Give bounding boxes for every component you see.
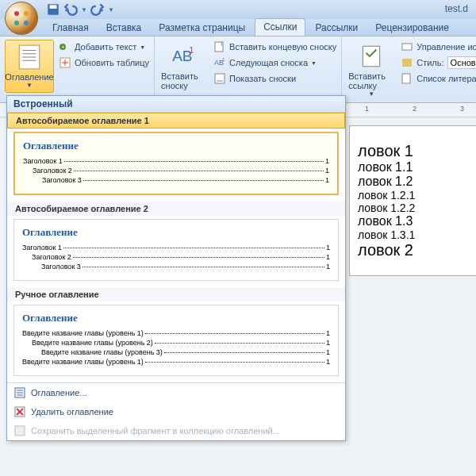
dropdown-footer: Оглавление... Удалить оглавление Сохрани…	[7, 382, 345, 440]
svg-rect-33	[15, 426, 25, 436]
insert-endnote-label: Вставить концевую сноску	[229, 42, 336, 52]
heading[interactable]: ловок 1	[358, 142, 476, 160]
gallery-section-title[interactable]: Автособираемое оглавление 1	[7, 113, 345, 129]
chevron-down-icon: ▼	[26, 82, 33, 89]
group-footnotes: AB1 Вставить сноску iВставить концевую с…	[155, 36, 342, 102]
preview-title: Оглавление	[23, 140, 329, 152]
toc-line: Заголовок 21	[23, 167, 329, 175]
toc-gallery-dropdown: Встроенный Автособираемое оглавление 1Ог…	[6, 95, 346, 441]
svg-rect-23	[402, 44, 412, 50]
chevron-down-icon: ▼	[311, 60, 317, 66]
group-citations: Вставить ссылку ▼ Управление ис Стиль: С…	[342, 36, 476, 102]
save-icon[interactable]	[46, 2, 60, 17]
svg-rect-5	[50, 5, 57, 9]
svg-point-1	[24, 11, 29, 16]
toc-line: Заголовок 11	[23, 157, 329, 165]
bibliography-button[interactable]: Список литера	[401, 71, 476, 86]
group-toc: Оглавление ▼ +Добавить текст▼ Обновить т…	[0, 36, 155, 102]
manage-sources-button[interactable]: Управление ис	[401, 40, 476, 54]
citation-icon	[358, 43, 385, 70]
heading[interactable]: ловок 1.1	[358, 160, 476, 175]
manage-sources-label: Управление ис	[416, 42, 476, 52]
svg-point-2	[14, 21, 19, 25]
toc-line: Заголовок 11	[22, 244, 330, 251]
ribbon: Оглавление ▼ +Добавить текст▼ Обновить т…	[0, 36, 476, 103]
insert-link-button[interactable]: Вставить ссылку ▼	[347, 40, 396, 101]
titlebar: ▼ ▼ test.d	[0, 0, 476, 19]
next-footnote-button[interactable]: AB1Следующая сноска▼	[213, 56, 336, 70]
redo-icon[interactable]	[90, 2, 105, 17]
update-table-label: Обновить таблицу	[75, 58, 149, 67]
style-selector[interactable]: Стиль:	[401, 56, 476, 70]
svg-point-3	[24, 21, 29, 25]
toc-icon	[16, 44, 43, 71]
heading[interactable]: ловок 2	[358, 241, 476, 259]
bibliography-label: Список литера	[416, 74, 476, 83]
footnote-icon: AB1	[171, 43, 198, 70]
toc-button-label: Оглавление	[5, 72, 53, 82]
gallery-preview[interactable]: ОглавлениеЗаголовок 11Заголовок 21Заголо…	[13, 219, 339, 281]
svg-rect-20	[215, 74, 225, 83]
quick-access-toolbar: ▼ ▼	[46, 2, 114, 17]
heading[interactable]: ловок 1.2.2	[358, 202, 476, 214]
toc-line: Введите название главы (уровень 1)1	[22, 329, 330, 337]
ruler-number: 3	[460, 105, 464, 113]
style-label: Стиль:	[416, 58, 443, 67]
save-selection-item: Сохранить выделенный фрагмент в коллекци…	[7, 421, 345, 440]
remove-toc-item[interactable]: Удалить оглавление	[7, 402, 345, 421]
heading[interactable]: ловок 1.2.1	[358, 189, 476, 202]
next-footnote-label: Следующая сноска	[229, 58, 308, 67]
svg-text:1: 1	[189, 45, 194, 55]
toc-button[interactable]: Оглавление ▼	[5, 40, 54, 93]
ribbon-tabs: ГлавнаяВставкаРазметка страницыСсылкиРас…	[0, 19, 476, 36]
gallery-preview[interactable]: ОглавлениеЗаголовок 11Заголовок 21Заголо…	[13, 132, 339, 195]
office-button[interactable]	[5, 2, 38, 35]
tab-4[interactable]: Рассылки	[307, 20, 366, 36]
tab-5[interactable]: Рецензирование	[367, 20, 457, 36]
tab-1[interactable]: Вставка	[98, 20, 150, 36]
preview-title: Оглавление	[22, 312, 330, 324]
svg-rect-24	[402, 59, 412, 67]
remove-toc-label: Удалить оглавление	[31, 407, 113, 416]
add-text-label: Добавить текст	[75, 42, 136, 52]
gallery-preview[interactable]: ОглавлениеВведите название главы (уровен…	[13, 305, 339, 376]
insert-footnote-label: Вставить сноску	[161, 71, 207, 90]
ruler-number: 1	[365, 105, 369, 113]
undo-icon[interactable]	[63, 2, 78, 17]
svg-rect-22	[363, 46, 380, 67]
show-notes-label: Показать сноски	[229, 74, 296, 83]
toc-line: Заголовок 31	[23, 176, 329, 184]
update-table-button[interactable]: Обновить таблицу	[59, 56, 149, 70]
heading[interactable]: ловок 1.3.1	[358, 228, 476, 241]
toc-line: Введите название главы (уровень 2)1	[22, 339, 330, 347]
qat-customize-icon[interactable]: ▼	[108, 6, 114, 13]
svg-text:1: 1	[222, 57, 225, 62]
svg-rect-25	[402, 74, 410, 83]
insert-link-label: Вставить ссылку	[348, 71, 394, 90]
save-selection-label: Сохранить выделенный фрагмент в коллекци…	[31, 426, 280, 436]
preview-title: Оглавление	[22, 226, 330, 239]
insert-endnote-button[interactable]: iВставить концевую сноску	[213, 40, 336, 54]
ruler-number: 2	[413, 105, 416, 113]
svg-text:+: +	[61, 44, 65, 51]
qat-dropdown-icon[interactable]: ▼	[81, 6, 87, 13]
page[interactable]: ловок 1ловок 1.1ловок 1.2ловок 1.2.1лово…	[349, 125, 476, 276]
svg-point-0	[14, 11, 19, 16]
gallery-section-title[interactable]: Автособираемое оглавление 2	[7, 202, 345, 216]
heading[interactable]: ловок 1.3	[358, 214, 476, 228]
gallery-section-title[interactable]: Ручное оглавление	[7, 287, 345, 301]
tab-0[interactable]: Главная	[44, 20, 97, 36]
toc-line: Заголовок 31	[22, 263, 330, 271]
tab-3[interactable]: Ссылки	[255, 18, 305, 36]
insert-toc-item[interactable]: Оглавление...	[7, 383, 345, 402]
style-input[interactable]	[447, 56, 476, 69]
remove-toc-icon	[13, 405, 26, 418]
add-text-button[interactable]: +Добавить текст▼	[59, 40, 149, 54]
window-title: test.d	[445, 3, 468, 14]
toc-line: Введите название главы (уровень 1)1	[22, 358, 330, 366]
show-notes-button[interactable]: Показать сноски	[213, 71, 336, 86]
tab-2[interactable]: Разметка страницы	[151, 20, 253, 36]
insert-footnote-button[interactable]: AB1 Вставить сноску	[159, 40, 209, 94]
heading[interactable]: ловок 1.2	[358, 175, 476, 189]
toc-line: Заголовок 21	[22, 253, 330, 261]
